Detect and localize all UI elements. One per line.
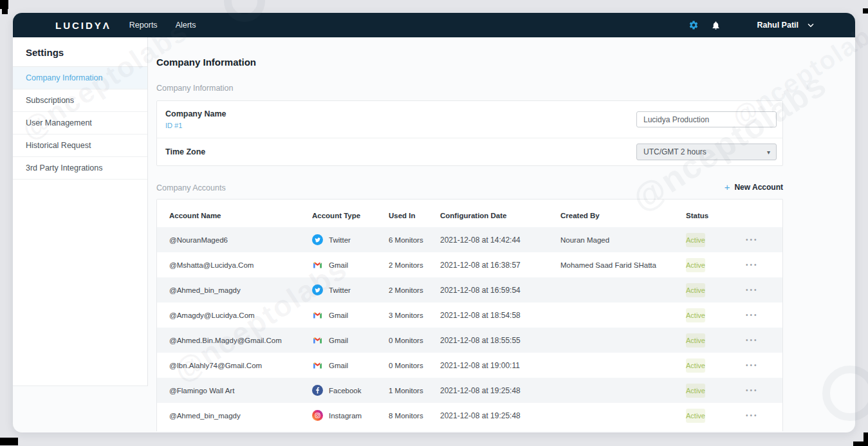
configuration-date: 2021-12-08 at 19:00:11 — [440, 361, 560, 370]
app-window: LUCIDYΛ Reports Alerts Rahul Patil Setti… — [13, 13, 855, 432]
configuration-date: 2021-12-08 at 19:25:48 — [440, 411, 560, 420]
configuration-date: 2021-12-08 at 18:55:55 — [440, 336, 560, 345]
sidebar-item-label: 3rd Party Integrations — [26, 163, 103, 172]
account-name: @Mshatta@Lucidya.Com — [169, 261, 312, 269]
row-actions-ellipsis-icon[interactable]: ••• — [743, 261, 768, 268]
account-name: @Ahmed_bin_magdy — [169, 286, 312, 294]
created-by: Mohamed Saad Farid SHatta — [560, 261, 686, 269]
company-name-label: Company Name — [165, 109, 226, 118]
row-actions-ellipsis-icon[interactable]: ••• — [743, 286, 768, 293]
company-accounts-section-label: Company Accounts — [156, 183, 226, 192]
twitter-icon — [312, 284, 323, 295]
nav-link-reports[interactable]: Reports — [129, 21, 158, 30]
status-badge: Active — [686, 384, 705, 398]
accounts-table-header: Account NameAccount TypeUsed InConfigura… — [157, 200, 782, 227]
used-in: 0 Monitors — [389, 362, 440, 369]
table-row[interactable]: @Ibn.Alahly74@Gmail.Com Gmail 0 Monitors… — [157, 353, 782, 378]
account-type-label: Gmail — [329, 311, 348, 319]
table-row[interactable]: @Ahmed_bin_magdy Instagram 8 Monitors 20… — [157, 403, 782, 428]
company-name-input[interactable] — [636, 111, 777, 127]
status-badge: Active — [686, 409, 705, 423]
table-row[interactable]: @NouranMaged6 Twitter 6 Monitors 2021-12… — [157, 227, 782, 252]
new-account-button[interactable]: + New Account — [725, 181, 783, 192]
company-accounts-table: Account NameAccount TypeUsed InConfigura… — [156, 199, 783, 431]
nav-link-alerts[interactable]: Alerts — [176, 21, 196, 30]
account-name: @NouranMaged6 — [169, 236, 312, 244]
account-name: @Flamingo Wall Art — [169, 387, 312, 395]
account-name: @Amagdy@Lucidya.Com — [169, 311, 312, 319]
row-actions-ellipsis-icon[interactable]: ••• — [743, 387, 768, 394]
column-header-configuration-date: Configuration Date — [440, 212, 560, 219]
time-zone-select[interactable]: UTC/GMT 2 hours ▾ — [636, 144, 777, 160]
used-in: 3 Monitors — [389, 311, 440, 319]
corner-mark — [863, 8, 868, 14]
instagram-icon — [312, 410, 323, 421]
sidebar-menu: Company Information Subscriptions User M… — [13, 67, 147, 180]
accounts-table-body: @NouranMaged6 Twitter 6 Monitors 2021-12… — [157, 227, 782, 428]
company-name-field-row: Company Name ID #1 — [157, 101, 782, 138]
account-type-label: Twitter — [329, 236, 351, 244]
sidebar-item-user-management[interactable]: User Management — [13, 112, 147, 135]
notifications-bell-icon[interactable] — [709, 19, 722, 32]
time-zone-field-row: Time Zone UTC/GMT 2 hours ▾ — [157, 138, 782, 165]
account-type-label: Gmail — [329, 337, 348, 344]
used-in: 2 Monitors — [389, 261, 440, 269]
gmail-icon — [312, 259, 323, 270]
company-id: ID #1 — [165, 122, 226, 129]
sidebar-item-3rd-party-integrations[interactable]: 3rd Party Integrations — [13, 157, 147, 180]
corner-mark — [853, 441, 868, 446]
sidebar-item-company-information[interactable]: Company Information — [13, 67, 147, 89]
used-in: 6 Monitors — [389, 236, 440, 244]
table-row[interactable]: @Mshatta@Lucidya.Com Gmail 2 Monitors 20… — [157, 252, 782, 277]
user-name: Rahul Patil — [757, 21, 799, 30]
used-in: 0 Monitors — [389, 337, 440, 344]
user-menu[interactable]: Rahul Patil — [757, 21, 814, 30]
table-row[interactable]: @Flamingo Wall Art Facebook 1 Monitors 2… — [157, 378, 782, 403]
row-actions-ellipsis-icon[interactable]: ••• — [743, 311, 768, 319]
row-actions-ellipsis-icon[interactable]: ••• — [743, 337, 768, 344]
sidebar-column: Settings Company Information Subscriptio… — [13, 37, 148, 432]
sidebar-item-label: User Management — [26, 118, 92, 127]
table-row[interactable]: @Ahmed_bin_magdy Twitter 2 Monitors 2021… — [157, 277, 782, 302]
time-zone-label: Time Zone — [165, 147, 205, 156]
plus-icon: + — [725, 181, 730, 192]
caret-down-icon: ▾ — [767, 149, 770, 156]
configuration-date: 2021-12-08 at 14:42:44 — [440, 236, 560, 245]
row-actions-ellipsis-icon[interactable]: ••• — [743, 362, 768, 369]
gmail-icon — [312, 335, 323, 346]
settings-gear-icon[interactable] — [687, 19, 700, 32]
account-name: @Ibn.Alahly74@Gmail.Com — [169, 362, 312, 369]
column-header-status: Status — [686, 212, 743, 219]
chevron-down-icon — [808, 23, 814, 28]
sidebar-item-label: Historical Request — [26, 141, 91, 150]
sidebar-item-historical-request[interactable]: Historical Request — [13, 135, 147, 157]
lucidya-logo: LUCIDYΛ — [55, 20, 111, 31]
configuration-date: 2021-12-08 at 19:25:48 — [440, 386, 560, 395]
time-zone-value: UTC/GMT 2 hours — [643, 147, 706, 156]
column-header-used-in: Used In — [389, 212, 440, 219]
company-information-card: Company Name ID #1 Time Zone UTC/GMT 2 h… — [156, 100, 783, 166]
gmail-icon — [312, 360, 323, 371]
table-row[interactable]: @Ahmed.Bin.Magdy@Gmail.Com Gmail 0 Monit… — [157, 328, 782, 353]
column-header-account-type: Account Type — [312, 212, 389, 219]
status-badge: Active — [686, 358, 705, 373]
new-account-label: New Account — [734, 183, 783, 192]
company-information-section-label: Company Information — [156, 84, 783, 93]
row-actions-ellipsis-icon[interactable]: ••• — [743, 236, 768, 243]
twitter-icon — [312, 234, 323, 245]
row-actions-ellipsis-icon[interactable]: ••• — [743, 412, 768, 419]
sidebar-title: Settings — [13, 37, 147, 67]
top-navbar: LUCIDYΛ Reports Alerts Rahul Patil — [13, 13, 855, 37]
sidebar-item-subscriptions[interactable]: Subscriptions — [13, 89, 147, 112]
configuration-date: 2021-12-08 at 18:54:58 — [440, 311, 560, 320]
table-row[interactable]: @Amagdy@Lucidya.Com Gmail 3 Monitors 202… — [157, 302, 782, 328]
column-header-account-name: Account Name — [169, 212, 312, 219]
sidebar-item-label: Subscriptions — [26, 96, 74, 105]
used-in: 1 Monitors — [389, 387, 440, 395]
account-name: @Ahmed.Bin.Magdy@Gmail.Com — [169, 337, 312, 344]
used-in: 8 Monitors — [389, 412, 440, 420]
account-type-label: Gmail — [329, 261, 348, 269]
used-in: 2 Monitors — [389, 286, 440, 294]
column-header-created-by: Created By — [560, 212, 686, 219]
configuration-date: 2021-12-08 at 16:59:54 — [440, 286, 560, 295]
